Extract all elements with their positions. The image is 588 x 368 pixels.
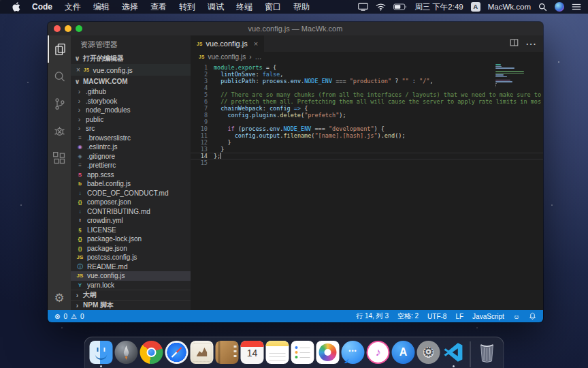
file-yarn.lock[interactable]: Yyarn.lock xyxy=(71,281,191,290)
close-tab-icon[interactable]: × xyxy=(254,40,258,48)
chrome-dock-icon[interactable] xyxy=(140,341,163,364)
code-line-13[interactable]: 13 } xyxy=(191,146,543,153)
open-editor-item[interactable]: × JS vue.config.js xyxy=(71,64,191,76)
file-LICENSE[interactable]: §LICENSE xyxy=(71,226,191,235)
settings-gear-icon[interactable]: ⚙ xyxy=(48,286,71,310)
code-line-1[interactable]: 1module.exports = { xyxy=(191,64,543,71)
mail-dock-icon[interactable] xyxy=(191,341,214,364)
file-CONTRIBUTING.md[interactable]: ↓CONTRIBUTING.md xyxy=(71,207,191,217)
file-app.scss[interactable]: Sapp.scss xyxy=(71,170,191,180)
display-icon[interactable] xyxy=(358,3,368,11)
folder-src[interactable]: ›src xyxy=(71,124,191,134)
apple-menu-icon[interactable] xyxy=(7,2,26,12)
code-line-6[interactable]: 6 // prefetch them all. Prefetching them… xyxy=(191,98,543,105)
menu-item-5[interactable]: 转到 xyxy=(173,0,201,14)
menu-item-8[interactable]: 窗口 xyxy=(259,0,287,14)
file-package.json[interactable]: {}package.json xyxy=(71,244,191,254)
feedback-smiley-icon[interactable]: ☺ xyxy=(513,313,520,320)
file-README.md[interactable]: ⓘREADME.md xyxy=(71,262,191,272)
menu-item-2[interactable]: 编辑 xyxy=(87,0,116,14)
eol-setting[interactable]: LF xyxy=(455,313,463,320)
notifications-bell-icon[interactable] xyxy=(529,312,536,321)
code-line-3[interactable]: 3 publicPath: process.env.NODE_ENV === "… xyxy=(191,78,543,85)
file-CODE_OF_CONDUCT.md[interactable]: ↓CODE_OF_CONDUCT.md xyxy=(71,189,191,198)
calendar-dock-icon[interactable]: 14 xyxy=(241,341,264,364)
safari-dock-icon[interactable] xyxy=(165,341,189,364)
file-package-lock.json[interactable]: {}package-lock.json xyxy=(71,234,191,244)
source-control-icon[interactable] xyxy=(48,90,71,117)
debug-icon[interactable] xyxy=(48,117,71,144)
file-.eslintrc.js[interactable]: ◉.eslintrc.js xyxy=(71,142,191,152)
file-.prettierrc[interactable]: ≡.prettierrc xyxy=(71,161,191,170)
launchpad-dock-icon[interactable] xyxy=(115,341,138,364)
file-crowdin.yml[interactable]: !crowdin.yml xyxy=(71,216,191,226)
battery-icon[interactable] xyxy=(393,3,407,10)
siri-icon[interactable] xyxy=(555,2,564,12)
appstore-dock-icon[interactable] xyxy=(392,341,415,364)
menu-item-6[interactable]: 调试 xyxy=(201,0,230,14)
indentation-setting[interactable]: 空格: 2 xyxy=(397,311,419,321)
code-line-10[interactable]: 10 if (process.env.NODE_ENV === "develop… xyxy=(191,125,543,132)
menu-item-3[interactable]: 选择 xyxy=(116,0,144,14)
sysprefs-dock-icon[interactable] xyxy=(417,341,440,364)
menu-bar-clock[interactable]: 周三 下午2:49 xyxy=(414,2,463,12)
file-babel.config.js[interactable]: bbabel.config.js xyxy=(71,179,191,189)
open-editors-section[interactable]: ∨ 打开的编辑器 xyxy=(71,52,191,64)
reminders-dock-icon[interactable] xyxy=(291,341,314,364)
extensions-icon[interactable] xyxy=(48,144,71,172)
file-postcss.config.js[interactable]: JSpostcss.config.js xyxy=(71,253,191,262)
spotlight-search-icon[interactable] xyxy=(538,3,547,12)
window-titlebar[interactable]: vue.config.js — MacWk.com xyxy=(48,22,543,35)
photos-dock-icon[interactable] xyxy=(316,341,340,364)
code-line-2[interactable]: 2 lintOnSave: false, xyxy=(191,71,543,78)
npm-scripts-section[interactable]: › NPM 脚本 xyxy=(71,300,191,310)
problems-indicator[interactable]: ⊗ 0 ⚠ 0 xyxy=(54,313,84,320)
menu-item-9[interactable]: 帮助 xyxy=(287,0,316,14)
vscode-dock-icon[interactable] xyxy=(442,341,466,364)
outline-section[interactable]: › 大纲 xyxy=(71,290,191,300)
code-line-15[interactable]: 15 xyxy=(191,159,543,166)
encoding-setting[interactable]: UTF-8 xyxy=(427,313,446,320)
file-vue.config.js[interactable]: JSvue.config.js xyxy=(71,271,191,281)
trash-dock-icon[interactable] xyxy=(476,341,499,364)
menu-bar-account[interactable]: MacWk.com xyxy=(488,3,531,11)
code-line-9[interactable]: 9 xyxy=(191,119,543,125)
code-line-14[interactable]: 14}; xyxy=(191,153,543,159)
menu-item-4[interactable]: 查看 xyxy=(144,0,173,14)
folder-node_modules[interactable]: ›node_modules xyxy=(71,106,191,115)
search-icon[interactable] xyxy=(48,63,71,90)
code-line-8[interactable]: 8 config.plugins.delete("prefetch"); xyxy=(191,112,543,119)
code-line-11[interactable]: 11 config.output.filename("[name].[hash]… xyxy=(191,132,543,139)
folder-.storybook[interactable]: ›.storybook xyxy=(71,97,191,106)
notification-center-icon[interactable] xyxy=(572,3,581,11)
code-editor[interactable]: 1module.exports = {2 lintOnSave: false,3… xyxy=(191,62,543,310)
code-line-7[interactable]: 7 chainWebpack: config => { xyxy=(191,105,543,112)
notes-dock-icon[interactable] xyxy=(266,341,289,364)
wifi-icon[interactable] xyxy=(376,3,386,11)
folder-public[interactable]: ›public xyxy=(71,115,191,125)
close-editor-icon[interactable]: × xyxy=(76,66,80,74)
contacts-dock-icon[interactable] xyxy=(216,341,239,364)
explorer-icon[interactable] xyxy=(48,35,71,63)
tab-vue-config[interactable]: JS vue.config.js × xyxy=(191,35,264,52)
menu-item-7[interactable]: 终端 xyxy=(230,0,259,14)
file-.browserslistrc[interactable]: ≡.browserslistrc xyxy=(71,134,191,143)
language-mode[interactable]: JavaScript xyxy=(472,313,504,320)
menu-item-app[interactable]: Code xyxy=(26,0,59,14)
cursor-position[interactable]: 行 14, 列 3 xyxy=(356,311,389,321)
workspace-section[interactable]: ∨ MACWK.COM xyxy=(71,76,191,87)
code-line-5[interactable]: 5 // There are so many chunks (from all … xyxy=(191,91,543,98)
code-line-12[interactable]: 12 } xyxy=(191,139,543,146)
itunes-dock-icon[interactable] xyxy=(367,341,390,364)
breadcrumb[interactable]: JS vue.config.js › … xyxy=(191,52,543,62)
input-method-icon[interactable]: A xyxy=(471,2,480,12)
more-actions-icon[interactable]: ⋯ xyxy=(525,37,536,50)
file-composer.json[interactable]: {}composer.json xyxy=(71,198,191,207)
file-.gitignore[interactable]: ◈.gitignore xyxy=(71,152,191,162)
minimap[interactable] xyxy=(495,64,539,90)
code-line-4[interactable]: 4 xyxy=(191,85,543,91)
messages-dock-icon[interactable] xyxy=(342,341,365,364)
split-editor-icon[interactable] xyxy=(510,37,519,50)
finder-dock-icon[interactable] xyxy=(90,341,113,364)
folder-.github[interactable]: ›.github xyxy=(71,87,191,97)
